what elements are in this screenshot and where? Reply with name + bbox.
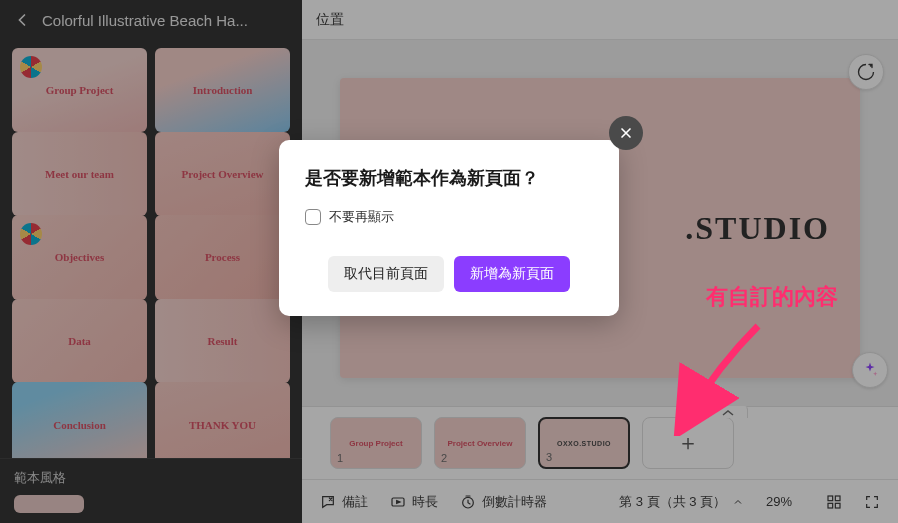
annotation-arrow-icon [658, 316, 778, 436]
modal-dont-show-row: 不要再顯示 [305, 208, 593, 226]
modal-overlay: 是否要新增範本作為新頁面？ 不要再顯示 取代目前頁面 新增為新頁面 [0, 0, 898, 523]
modal-title: 是否要新增範本作為新頁面？ [305, 166, 593, 190]
annotation-text: 有自訂的內容 [706, 282, 838, 312]
add-new-page-button[interactable]: 新增為新頁面 [454, 256, 570, 292]
add-template-modal: 是否要新增範本作為新頁面？ 不要再顯示 取代目前頁面 新增為新頁面 [279, 140, 619, 316]
dont-show-label: 不要再顯示 [329, 208, 394, 226]
modal-close-button[interactable] [609, 116, 643, 150]
modal-buttons: 取代目前頁面 新增為新頁面 [305, 256, 593, 292]
replace-page-button[interactable]: 取代目前頁面 [328, 256, 444, 292]
dont-show-checkbox[interactable] [305, 209, 321, 225]
